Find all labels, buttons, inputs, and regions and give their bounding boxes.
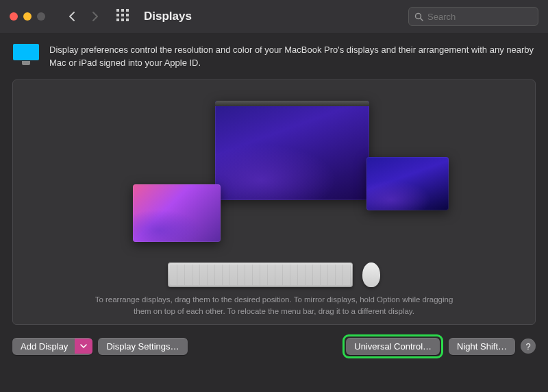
keyboard-icon	[168, 262, 353, 287]
night-shift-button[interactable]: Night Shift…	[449, 338, 515, 355]
displays-area[interactable]	[13, 80, 535, 265]
close-window-button[interactable]	[10, 12, 18, 21]
arrangement-panel: To rearrange displays, drag them to the …	[12, 79, 536, 325]
display-main[interactable]	[215, 101, 369, 200]
footer: Add Display Display Settings… Universal …	[12, 334, 536, 358]
minimize-window-button[interactable]	[23, 12, 32, 21]
search-icon	[414, 12, 423, 21]
svg-line-1	[421, 18, 423, 21]
display-secondary-right[interactable]	[366, 157, 449, 210]
display-secondary-left[interactable]	[133, 184, 221, 242]
forward-button	[86, 8, 104, 25]
add-display-label: Add Display	[12, 338, 75, 355]
hint-line1: To rearrange displays, drag them to the …	[95, 295, 453, 304]
keyboard-mouse-graphic	[13, 262, 535, 287]
displays-icon	[12, 44, 40, 70]
help-button[interactable]: ?	[521, 339, 536, 354]
show-all-icon[interactable]	[115, 9, 130, 24]
intro-row: Display preferences control the resoluti…	[12, 44, 536, 70]
display-settings-button[interactable]: Display Settings…	[98, 338, 187, 355]
search-input[interactable]	[427, 12, 532, 22]
zoom-window-button	[37, 12, 45, 21]
intro-text: Display preferences control the resoluti…	[49, 44, 536, 70]
universal-control-button[interactable]: Universal Control…	[346, 338, 440, 355]
titlebar: Displays	[0, 0, 548, 33]
mouse-icon	[362, 262, 380, 287]
arrangement-hint: To rearrange displays, drag them to the …	[13, 294, 535, 317]
hint-line2: them on top of each other. To relocate t…	[134, 307, 414, 315]
chevron-down-icon[interactable]	[75, 339, 92, 354]
window-title: Displays	[144, 10, 403, 23]
add-display-button[interactable]: Add Display	[12, 338, 92, 355]
content: Display preferences control the resoluti…	[0, 33, 548, 368]
search-field[interactable]	[408, 7, 538, 26]
universal-control-highlight: Universal Control…	[342, 334, 443, 358]
window-controls	[10, 12, 45, 21]
back-button[interactable]	[63, 8, 81, 25]
